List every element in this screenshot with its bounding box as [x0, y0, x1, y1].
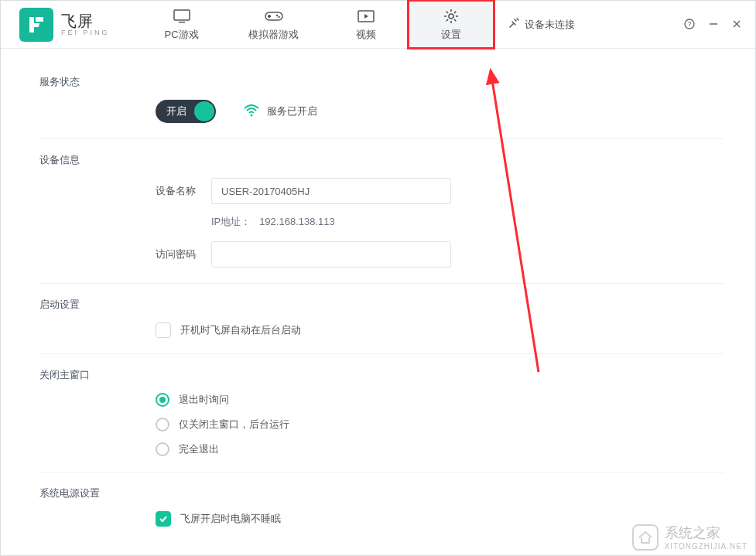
svg-rect-2 [32, 23, 39, 27]
svg-rect-4 [179, 22, 185, 23]
video-icon [357, 8, 375, 25]
plug-icon [508, 17, 520, 32]
svg-line-19 [454, 11, 456, 12]
tab-emulator-games[interactable]: 模拟器游戏 [224, 1, 323, 48]
toggle-label: 开启 [166, 104, 186, 118]
gear-icon [443, 8, 459, 25]
divider [39, 472, 724, 472]
app-logo: 飞屏 FEI PING [1, 1, 124, 48]
close-opt-exit-label: 完全退出 [179, 442, 219, 456]
svg-rect-3 [174, 10, 190, 20]
no-sleep-label: 飞屏开启时电脑不睡眠 [180, 512, 281, 526]
titlebar: 飞屏 FEI PING PC游戏 模拟器游戏 视频 [1, 1, 755, 49]
minimize-button[interactable] [709, 19, 718, 30]
gamepad-icon [265, 8, 283, 25]
close-opt-ask-label: 退出时询问 [179, 393, 229, 407]
app-window: 飞屏 FEI PING PC游戏 模拟器游戏 视频 [0, 0, 756, 556]
main-tabs: PC游戏 模拟器游戏 视频 设置 [139, 1, 494, 48]
watermark-brand: 系统之家 [665, 524, 748, 542]
svg-rect-1 [36, 17, 43, 22]
section-service-title: 服务状态 [39, 75, 724, 89]
section-startup-title: 启动设置 [39, 298, 724, 312]
close-button[interactable] [732, 19, 741, 30]
close-opt-ask-radio[interactable] [156, 393, 169, 407]
svg-point-12 [449, 14, 453, 19]
logo-mark [19, 8, 53, 42]
service-toggle[interactable]: 开启 [156, 100, 216, 123]
svg-text:?: ? [687, 20, 691, 28]
app-name-en: FEI PING [61, 29, 110, 37]
close-opt-exit-radio[interactable] [156, 442, 169, 456]
window-controls: ? [684, 1, 755, 48]
monitor-icon [173, 8, 190, 25]
svg-line-18 [454, 19, 456, 21]
bg-start-checkbox[interactable] [156, 322, 171, 338]
section-power-title: 系统电源设置 [39, 486, 724, 500]
no-sleep-checkbox[interactable] [156, 511, 171, 527]
help-button[interactable]: ? [684, 19, 695, 31]
svg-point-26 [251, 114, 253, 116]
service-running-text: 服务已开启 [267, 104, 317, 118]
access-password-input[interactable] [211, 241, 451, 268]
settings-panel: 服务状态 开启 服务已开启 设备信息 设备名称 IP地址： 192.168.13… [1, 49, 755, 553]
divider [39, 138, 724, 139]
tab-label: 设置 [441, 28, 461, 42]
svg-line-17 [446, 11, 447, 12]
divider [39, 353, 724, 354]
wifi-icon [244, 104, 259, 119]
bg-start-label: 开机时飞屏自动在后台启动 [180, 323, 301, 337]
ip-value: 192.168.138.113 [259, 216, 335, 227]
close-opt-bg-label: 仅关闭主窗口，后台运行 [179, 418, 289, 431]
toggle-knob [194, 101, 214, 121]
tab-video[interactable]: 视频 [323, 1, 409, 48]
close-opt-bg-radio[interactable] [156, 418, 169, 431]
app-name-cn: 飞屏 [61, 12, 110, 29]
tab-pc-games[interactable]: PC游戏 [139, 1, 224, 48]
device-name-label: 设备名称 [156, 184, 205, 198]
tab-label: 模拟器游戏 [248, 28, 299, 42]
section-close-title: 关闭主窗口 [39, 368, 724, 382]
watermark-sub: XITONGZHIJIA.NET [665, 542, 748, 551]
tab-label: 视频 [356, 28, 376, 42]
watermark: 系统之家 XITONGZHIJIA.NET [632, 524, 748, 551]
access-password-label: 访问密码 [156, 247, 205, 261]
tab-label: PC游戏 [164, 28, 198, 42]
tab-settings[interactable]: 设置 [409, 1, 494, 48]
ip-label: IP地址： [211, 216, 251, 227]
logo-icon [26, 15, 46, 35]
svg-point-9 [278, 15, 279, 17]
svg-point-8 [275, 14, 277, 15]
connection-status: 设备未连接 [508, 1, 575, 48]
svg-rect-7 [268, 15, 271, 17]
section-device-title: 设备信息 [39, 153, 724, 167]
connection-status-text: 设备未连接 [525, 18, 575, 32]
device-name-input[interactable] [211, 178, 451, 204]
ip-address-row: IP地址： 192.168.138.113 [211, 215, 724, 229]
watermark-icon [632, 524, 659, 551]
svg-marker-11 [364, 14, 368, 19]
svg-line-20 [446, 19, 447, 21]
divider [39, 283, 724, 284]
